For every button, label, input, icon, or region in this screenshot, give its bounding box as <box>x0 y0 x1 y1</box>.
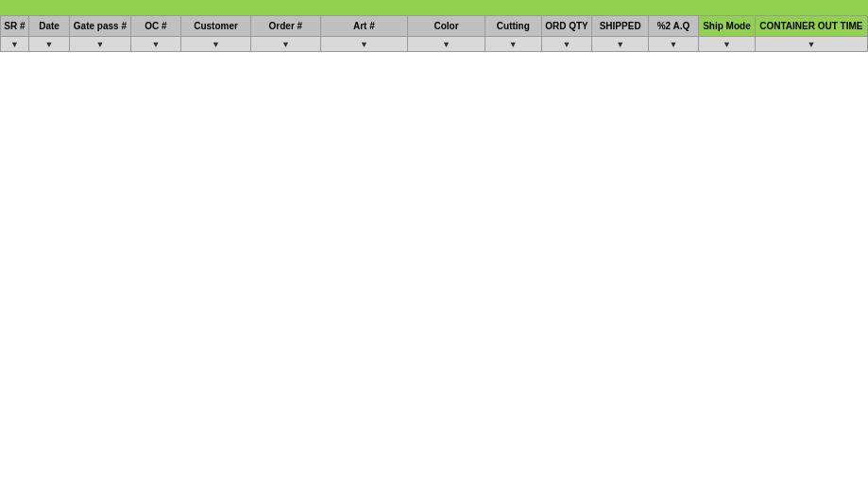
col-container: CONTAINER OUT TIME <box>755 16 867 37</box>
filter-row: ▼ ▼ ▼ ▼ ▼ ▼ ▼ ▼ ▼ ▼ ▼ ▼ ▼ ▼ <box>1 37 868 52</box>
filter-oc[interactable]: ▼ <box>130 37 180 52</box>
col-ord-qty: ORD QTY <box>541 16 592 37</box>
filter-art[interactable]: ▼ <box>320 37 407 52</box>
filter-pct[interactable]: ▼ <box>648 37 698 52</box>
filter-cutting[interactable]: ▼ <box>485 37 541 52</box>
col-sr: SR # <box>1 16 29 37</box>
col-gate: Gate pass # <box>70 16 131 37</box>
filter-order[interactable]: ▼ <box>250 37 320 52</box>
col-art: Art # <box>320 16 407 37</box>
col-shipped: SHIPPED <box>592 16 648 37</box>
col-ship-mode: Ship Mode <box>699 16 755 37</box>
filter-ord-qty[interactable]: ▼ <box>541 37 592 52</box>
main-table: SR # Date Gate pass # OC # Customer Orde… <box>0 15 868 52</box>
filter-container[interactable]: ▼ <box>755 37 867 52</box>
col-order: Order # <box>250 16 320 37</box>
page-title <box>0 0 868 15</box>
col-oc: OC # <box>130 16 180 37</box>
page-wrapper: SR # Date Gate pass # OC # Customer Orde… <box>0 0 868 485</box>
col-customer: Customer <box>181 16 251 37</box>
filter-color[interactable]: ▼ <box>408 37 485 52</box>
col-date: Date <box>28 16 69 37</box>
filter-sr[interactable]: ▼ <box>1 37 29 52</box>
col-pct: %2 A.Q <box>648 16 698 37</box>
header-row: SR # Date Gate pass # OC # Customer Orde… <box>1 16 868 37</box>
filter-date[interactable]: ▼ <box>28 37 69 52</box>
filter-gate[interactable]: ▼ <box>70 37 131 52</box>
col-color: Color <box>408 16 485 37</box>
filter-customer[interactable]: ▼ <box>181 37 251 52</box>
filter-ship-mode[interactable]: ▼ <box>699 37 755 52</box>
col-cutting: Cutting <box>485 16 541 37</box>
filter-shipped[interactable]: ▼ <box>592 37 648 52</box>
